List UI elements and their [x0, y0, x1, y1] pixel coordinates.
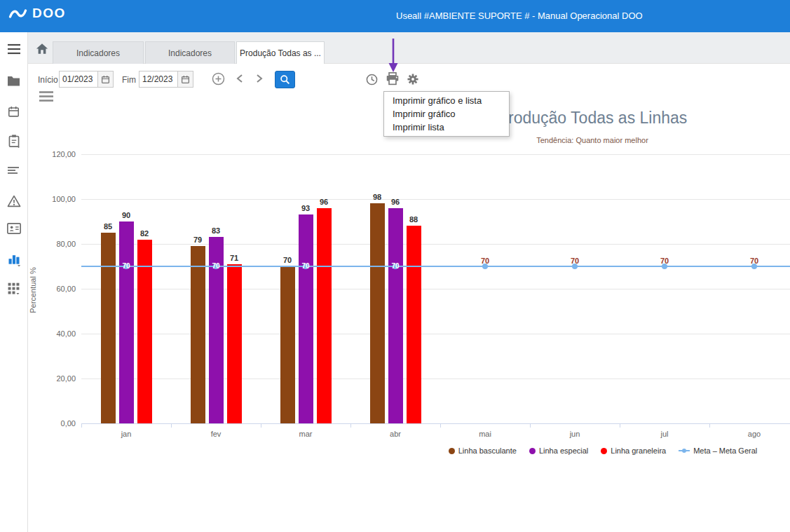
x-axis-tick — [81, 423, 82, 428]
meta-value-label: 70 — [119, 262, 133, 270]
tab-label: Indicadores — [168, 48, 212, 58]
x-category-label: jan — [105, 430, 147, 438]
y-axis-tick-label: 20,00 — [28, 374, 76, 383]
bar — [101, 233, 116, 423]
bar-value-label: 85 — [97, 222, 118, 231]
legend-item[interactable]: Linha basculante — [449, 446, 517, 455]
hamburger-icon — [39, 90, 53, 102]
settings-button[interactable] — [407, 73, 419, 86]
fim-date-field — [139, 71, 193, 88]
bar-value-label: 96 — [313, 198, 334, 206]
sidebar-item-files[interactable] — [0, 68, 27, 93]
legend-label: Meta – Meta Geral — [693, 446, 757, 455]
bar-chart-icon — [7, 252, 21, 266]
tab-label: Produção Todas as ... — [240, 48, 321, 58]
x-axis-line — [81, 423, 790, 424]
y-axis-tick-label: 120,00 — [28, 150, 76, 158]
tab-indicadores-1[interactable]: Indicadores — [53, 41, 144, 64]
sidebar-item-modules[interactable] — [0, 276, 27, 301]
bar — [299, 214, 313, 423]
meta-value-label: 70 — [746, 257, 763, 265]
x-axis-tick — [171, 423, 172, 428]
app-logo[interactable]: DOO — [8, 5, 66, 22]
sidebar — [0, 32, 28, 532]
legend-item[interactable]: Meta – Meta Geral — [679, 446, 757, 455]
home-tab-button[interactable] — [34, 41, 50, 56]
bar-value-label: 70 — [277, 256, 298, 264]
tab-indicadores-2[interactable]: Indicadores — [145, 41, 235, 64]
grid-icon — [7, 282, 20, 296]
window-title: Useall #AMBIENTE SUPORTE # - Manual Oper… — [396, 11, 643, 21]
tab-producao-todas-as-linhas[interactable]: Produção Todas as ... — [236, 41, 325, 64]
legend-line-dot — [682, 449, 686, 453]
legend-item[interactable]: Linha graneleira — [601, 446, 666, 455]
legend-item[interactable]: Linha especial — [529, 446, 588, 455]
x-axis-tick — [440, 423, 441, 428]
meta-value-label: 70 — [209, 262, 223, 270]
calendar-icon — [101, 75, 110, 84]
x-category-label: ago — [733, 430, 775, 438]
gear-icon — [407, 73, 419, 86]
sidebar-item-alerts[interactable] — [0, 189, 27, 214]
x-category-label: fev — [195, 430, 237, 438]
bar-value-label: 83 — [205, 226, 226, 235]
folder-icon — [7, 75, 20, 86]
bar — [191, 246, 205, 423]
sidebar-item-menu[interactable] — [0, 36, 27, 62]
legend-marker — [601, 448, 607, 454]
x-category-label: mar — [285, 430, 327, 438]
x-axis-tick — [620, 423, 620, 428]
contact-card-icon — [7, 223, 21, 234]
menu-item-imprimir-lista[interactable]: Imprimir lista — [384, 121, 509, 134]
grid-line — [81, 289, 790, 289]
bar-value-label: 88 — [403, 215, 424, 224]
legend-label: Linha especial — [539, 446, 588, 455]
inicio-date-field — [59, 71, 114, 88]
meta-line — [81, 266, 790, 267]
inicio-date-picker-button[interactable] — [98, 71, 114, 88]
x-category-label: jun — [554, 430, 596, 438]
menu-item-imprimir-grafico-e-lista[interactable]: Imprimir gráfico e lista — [384, 94, 509, 107]
bar — [407, 226, 421, 423]
sidebar-item-indicators[interactable] — [0, 247, 27, 272]
bar — [280, 266, 295, 423]
sidebar-item-calendar[interactable] — [0, 99, 27, 124]
x-category-label: mai — [464, 430, 506, 438]
grid-line — [81, 378, 790, 379]
clock-icon — [366, 74, 378, 86]
sidebar-item-list[interactable] — [0, 158, 27, 183]
history-button[interactable] — [366, 74, 378, 86]
meta-value-label: 70 — [388, 262, 402, 270]
legend-marker — [449, 448, 455, 454]
y-axis-title: Percentual % — [29, 252, 37, 329]
list-icon — [8, 166, 20, 175]
legend-label: Linha basculante — [458, 446, 517, 455]
sidebar-item-contacts[interactable] — [0, 216, 27, 241]
print-button[interactable] — [386, 72, 400, 86]
fim-date-picker-button[interactable] — [178, 71, 193, 88]
x-category-label: jul — [643, 430, 686, 438]
add-button[interactable] — [212, 72, 225, 86]
logo-wave-icon — [8, 5, 27, 22]
logo-text: DOO — [32, 6, 66, 21]
menu-icon — [7, 43, 21, 55]
menu-item-imprimir-grafico[interactable]: Imprimir gráfico — [384, 107, 509, 121]
y-axis-tick-label: 0,00 — [28, 419, 76, 428]
app-window: 0,0020,0040,0060,0080,00100,00120,00janf… — [0, 0, 790, 532]
meta-value-label: 70 — [566, 257, 583, 265]
tab-label: Indicadores — [76, 48, 120, 58]
x-axis-tick — [350, 423, 351, 428]
legend-marker — [529, 448, 536, 454]
meta-value-label: 70 — [477, 257, 493, 265]
previous-period-button[interactable] — [236, 74, 244, 83]
print-dropdown-menu: Imprimir gráfico e lista Imprimir gráfic… — [383, 91, 510, 137]
search-button[interactable] — [275, 71, 295, 88]
grid-line — [81, 154, 790, 155]
inicio-date-input[interactable] — [59, 71, 98, 88]
sidebar-item-orders[interactable] — [0, 128, 27, 154]
fim-date-input[interactable] — [139, 71, 178, 88]
home-icon — [36, 43, 48, 55]
x-category-label: abr — [374, 430, 416, 438]
chart-menu-button[interactable] — [39, 90, 53, 102]
next-period-button[interactable] — [255, 74, 264, 83]
